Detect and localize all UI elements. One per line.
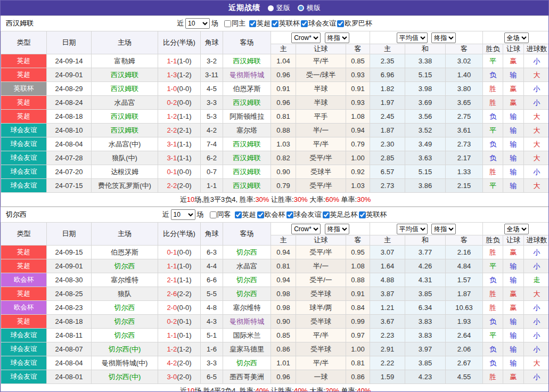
league-filter[interactable]: 英超 [249,19,271,28]
league-checkbox[interactable] [272,20,278,27]
date-cell: 24-08-18 [47,315,92,329]
away-team-cell[interactable]: 切尔西 [223,246,271,259]
match-count-select[interactable]: 10 [185,18,210,29]
league-filter[interactable]: 英联杯 [359,210,387,219]
result-scope-select[interactable]: 全场 [504,224,529,234]
away-team-cell[interactable]: 切尔西 [223,356,271,370]
result-scope-select[interactable]: 全场 [504,32,529,43]
away-team-cell[interactable]: 切尔西 [223,273,271,287]
away-odds-cell: 1.03 [346,179,370,193]
away-team-cell[interactable]: 西汉姆联 [223,54,271,68]
league-filter[interactable]: 英超 [235,210,256,219]
outcome-cell: 负 [483,315,503,329]
view-option-horizontal[interactable]: 横版 [298,3,321,13]
away-team-cell[interactable]: 伯恩茅斯 [223,82,271,96]
away-team-cell[interactable]: 切尔西 [223,287,271,301]
league-filter[interactable]: 英联杯 [272,19,300,28]
away-team-cell[interactable]: 墨西哥美洲 [223,370,271,384]
goals-result-cell: 小 [524,315,549,329]
home-team-cell[interactable]: 切尔西 [92,259,158,273]
avg-stage-select[interactable]: 终指 [431,224,456,234]
away-odds-cell: 0.85 [346,54,370,68]
league-filter[interactable]: 球会友谊 [301,19,336,28]
odds-stage-select[interactable]: 终指 [325,224,349,234]
away-team-cell[interactable]: 西汉姆联 [223,179,271,193]
odds-provider-select[interactable]: Crow* [291,32,321,43]
home-team-cell[interactable]: 伯恩茅斯 [92,246,158,259]
league-filter[interactable]: 英足总杯 [323,210,358,219]
league-label: 英联杯 [279,19,300,28]
same-venue-filter[interactable]: 同客 [210,210,231,219]
home-team-cell[interactable]: 西汉姆联 [92,124,158,137]
league-checkbox[interactable] [286,211,293,218]
away-team-cell[interactable]: 国际米兰 [223,329,271,342]
away-team-cell[interactable]: 西汉姆联 [223,96,271,110]
away-team-cell[interactable]: 皇家马德里 [223,342,271,356]
avg-home-cell: 1.59 [370,370,405,384]
league-checkbox[interactable] [249,20,256,27]
home-team-cell[interactable]: 费伦茨瓦罗斯(中) [92,179,158,193]
same-venue-checkbox[interactable] [210,211,217,218]
match-count-select[interactable]: 10 [171,209,195,220]
away-team-cell[interactable]: 阿斯顿维拉 [223,110,271,124]
home-team-cell[interactable]: 西汉姆联 [92,68,158,82]
home-team-cell[interactable]: 曼彻斯特城(中) [92,356,158,370]
away-team-cell[interactable]: 西汉姆联 [223,151,271,165]
league-filter[interactable]: 球会友谊 [286,210,322,219]
home-team-cell[interactable]: 达根汉姆 [92,165,158,179]
match-row: 英超24-09-01西汉姆联1-3(1-2)3-11曼彻斯特城0.96受一/球半… [1,68,549,82]
away-team-cell[interactable]: 水晶宫 [223,259,271,273]
radio-selected-icon[interactable] [268,5,274,11]
home-team-cell[interactable]: 切尔西 [92,315,158,329]
corner-cell: 3-2 [201,54,223,68]
avg-stage-select[interactable]: 终指 [431,32,456,43]
odds-provider-select[interactable]: Crow* [291,224,321,234]
handicap-cell: 受球半 [296,165,346,179]
avg-draw-cell: 4.26 [405,259,446,273]
home-team-cell[interactable]: 切尔西(中) [92,342,158,356]
league-checkbox[interactable] [257,211,264,218]
league-filter[interactable]: 欧罗巴杯 [337,19,372,28]
score-cell: 1-2(1-1) [158,110,201,124]
score-cell: 1-1(1-0) [158,259,201,273]
away-team-cell[interactable]: 塞尔维特 [223,301,271,315]
away-team-cell[interactable]: 曼彻斯特城 [223,315,271,329]
radio-unselected-icon[interactable] [298,5,304,11]
league-checkbox[interactable] [323,211,330,218]
away-team-cell[interactable]: 曼彻斯特城 [223,68,271,82]
home-team-cell[interactable]: 狼队(中) [92,151,158,165]
same-venue-checkbox[interactable] [224,20,231,27]
avg-source-select[interactable]: 平均值 [397,32,428,43]
home-team-cell[interactable]: 切尔西 [92,329,158,342]
home-team-cell[interactable]: 切尔西(中) [92,370,158,384]
view-option-vertical[interactable]: 竖版 [268,3,290,13]
score-cell: 0-1(0-0) [158,246,201,259]
results-table: 类型 日期 主场 比分(半场) 角球 客场 Crow* 终指 平均值 终指 [1,31,549,207]
home-team-cell[interactable]: 水晶宫 [92,96,158,110]
home-team-cell[interactable]: 狼队 [92,287,158,301]
same-venue-filter[interactable]: 同主 [224,19,245,28]
league-checkbox[interactable] [235,211,242,218]
league-checkbox[interactable] [337,20,344,27]
summary-text: 近 [180,195,187,203]
avg-home-cell: 2.23 [370,329,405,342]
league-checkbox[interactable] [359,211,366,218]
away-odds-cell: 0.79 [346,137,370,151]
summary-text: 近 [180,387,187,392]
home-team-cell[interactable]: 西汉姆联 [92,82,158,96]
odds-stage-select[interactable]: 终指 [325,32,349,43]
away-team-cell[interactable]: 塞尔塔 [223,124,271,137]
avg-source-select[interactable]: 平均值 [397,224,428,234]
home-team-cell[interactable]: 塞尔维特 [92,273,158,287]
handicap-result-cell: 输 [503,137,524,151]
sub-header-odds-home: 主 [271,235,296,246]
league-checkbox[interactable] [301,20,308,27]
away-team-cell[interactable]: 西汉姆联 [223,165,271,179]
home-team-cell[interactable]: 切尔西 [92,301,158,315]
league-filter[interactable]: 欧会杯 [257,210,285,219]
away-team-cell[interactable]: 西汉姆联 [223,137,271,151]
home-team-cell[interactable]: 西汉姆联 [92,110,158,124]
home-team-cell[interactable]: 水晶宫(中) [92,137,158,151]
handicap-result-cell: 赢 [503,82,524,96]
home-team-cell[interactable]: 富勒姆 [92,54,158,68]
